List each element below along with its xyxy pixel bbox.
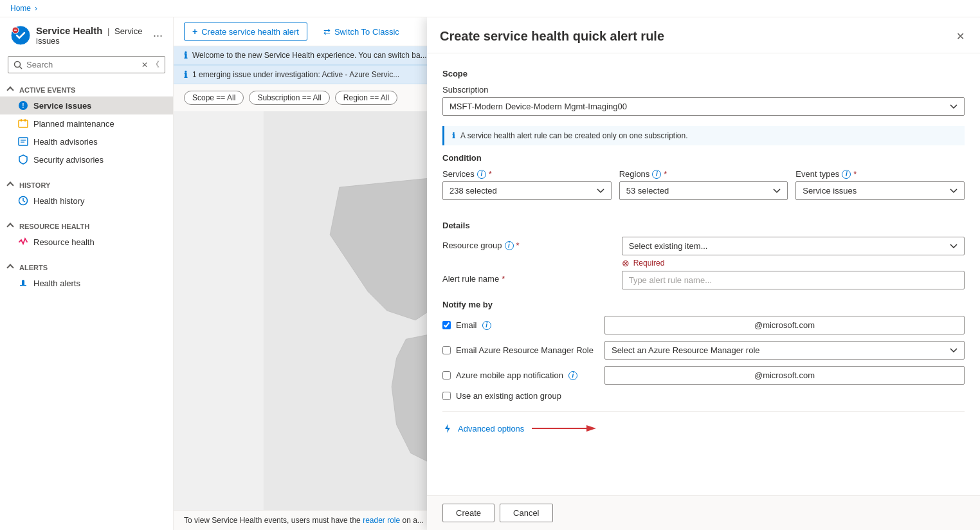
mobile-notify-row: Azure mobile app notification i @microso… (442, 366, 965, 385)
email-checkbox[interactable] (442, 321, 451, 329)
sidebar-item-resource-health[interactable]: Resource health (0, 233, 173, 251)
mobile-value-display: @microsoft.com (604, 366, 965, 385)
alert-rule-name-row: Alert rule name * (442, 271, 965, 289)
sidebar-title-area: Service Health | Service issues (36, 25, 145, 46)
plus-icon: + (192, 26, 197, 37)
sidebar-item-health-alerts[interactable]: Health alerts (0, 274, 173, 292)
mobile-info-icon[interactable]: i (568, 371, 577, 380)
active-events-label: ACTIVE EVENTS (19, 86, 75, 94)
app-title: Service Health (36, 25, 102, 36)
event-types-select[interactable]: Service issues (795, 181, 965, 200)
search-clear-icons[interactable]: ✕ 《 (141, 59, 159, 70)
email-label[interactable]: Email (456, 320, 477, 330)
services-select[interactable]: 238 selected (442, 181, 612, 200)
svg-point-3 (15, 61, 21, 67)
history-label: HISTORY (19, 181, 50, 189)
resource-health-label: RESOURCE HEALTH (19, 223, 89, 230)
switch-classic-button[interactable]: ⇄ Switch To Classic (315, 23, 408, 41)
subscription-note: ℹ A service health alert rule can be cre… (442, 126, 965, 145)
red-arrow-svg (532, 422, 596, 435)
service-issues-icon: ! (18, 100, 28, 111)
sidebar-item-security-advisories[interactable]: Security advisories (0, 151, 173, 169)
mobile-checkbox-area: Azure mobile app notification i (442, 370, 597, 380)
email-notify-row: Email i @microsoft.com (442, 316, 965, 334)
create-alert-panel: Create service health quick alert rule ✕… (427, 17, 980, 530)
collapse-icon[interactable]: 《 (152, 59, 159, 70)
svg-text:!: ! (22, 102, 24, 109)
security-advisories-label: Security advisories (33, 155, 104, 165)
svg-rect-16 (20, 285, 26, 286)
health-history-label: Health history (33, 196, 84, 206)
alerts-chevron (6, 264, 14, 271)
advanced-options-label: Advanced options (458, 424, 524, 434)
history-icon (18, 196, 28, 206)
resource-group-info-icon[interactable]: i (505, 241, 514, 250)
create-button[interactable]: Create (442, 504, 495, 522)
subscription-select[interactable]: MSFT-Modern Device-Modern Mgmt-Imaging00 (442, 97, 965, 116)
service-issues-label: Service issues (33, 101, 91, 111)
filter-region[interactable]: Region == All (335, 91, 397, 105)
sidebar-header: Service Health | Service issues ··· (0, 17, 173, 51)
email-value-display: @microsoft.com (604, 316, 965, 334)
email-checkbox-area: Email i (442, 320, 597, 330)
resource-health-chevron (6, 223, 14, 230)
alerts-header[interactable]: ALERTS (0, 261, 173, 274)
active-events-header[interactable]: ACTIVE EVENTS (0, 84, 173, 96)
scope-label: Scope (442, 69, 965, 78)
panel-close-button[interactable]: ✕ (954, 28, 967, 45)
filter-scope[interactable]: Scope == All (184, 91, 244, 105)
lightning-icon (442, 423, 453, 434)
info-icon-2: ℹ (184, 69, 187, 80)
arm-role-checkbox-area: Email Azure Resource Manager Role (442, 345, 597, 355)
svg-rect-10 (19, 138, 28, 145)
services-label: Services i * (442, 169, 612, 179)
breadcrumb-home[interactable]: Home (10, 4, 31, 13)
sidebar-item-health-history[interactable]: Health history (0, 192, 173, 210)
subscription-label: Subscription (442, 85, 965, 95)
filter-subscription[interactable]: Subscription == All (249, 91, 329, 105)
panel-body: Scope Subscription MSFT-Modern Device-Mo… (427, 53, 980, 495)
action-group-checkbox[interactable] (442, 392, 451, 400)
alert-rule-name-input[interactable] (622, 271, 965, 289)
breadcrumb: Home › (0, 0, 980, 17)
planned-maintenance-label: Planned maintenance (33, 119, 114, 129)
arm-role-select[interactable]: Select an Azure Resource Manager role (604, 341, 965, 360)
error-icon: ⊗ (622, 258, 630, 268)
resource-group-select[interactable]: Select existing item... (622, 237, 965, 255)
event-types-info-icon[interactable]: i (842, 170, 851, 179)
content-area: + Create service health alert ⇄ Switch T… (174, 17, 980, 530)
advanced-options-button[interactable]: Advanced options (442, 423, 524, 434)
mobile-label[interactable]: Azure mobile app notification (456, 370, 563, 380)
mobile-checkbox[interactable] (442, 371, 451, 379)
action-group-label[interactable]: Use an existing action group (456, 391, 561, 401)
reader-role-link[interactable]: reader role (363, 516, 400, 525)
svg-marker-24 (586, 425, 596, 432)
sidebar-item-health-advisories[interactable]: Health advisories (0, 132, 173, 151)
sidebar-more-dots[interactable]: ··· (153, 29, 163, 42)
resource-group-input-area: Select existing item... ⊗ Required (622, 237, 965, 268)
sidebar-item-planned-maintenance[interactable]: Planned maintenance (0, 114, 173, 132)
regions-info-icon[interactable]: i (652, 170, 661, 179)
sidebar-item-service-issues[interactable]: ! Service issues (0, 96, 173, 114)
resource-health-icon (18, 237, 28, 247)
arm-role-checkbox[interactable] (442, 346, 451, 354)
clear-icon[interactable]: ✕ (141, 60, 148, 69)
regions-select[interactable]: 53 selected (619, 181, 788, 200)
resource-health-header[interactable]: RESOURCE HEALTH (0, 220, 173, 233)
search-box[interactable]: ✕ 《 (8, 56, 165, 73)
bottom-bar-text: To view Service Health events, users mus… (184, 516, 363, 525)
create-alert-button[interactable]: + Create service health alert (184, 23, 307, 41)
cancel-button[interactable]: Cancel (500, 504, 552, 522)
search-input[interactable] (26, 60, 138, 69)
svg-rect-15 (22, 281, 24, 285)
email-info-icon[interactable]: i (482, 321, 491, 330)
divider (442, 411, 965, 412)
action-group-row: Use an existing action group (442, 391, 965, 401)
history-header[interactable]: HISTORY (0, 179, 173, 192)
event-types-label: Event types i * (795, 169, 965, 179)
arm-role-label[interactable]: Email Azure Resource Manager Role (456, 345, 594, 355)
required-error-text: Required (633, 259, 665, 268)
panel-footer: Create Cancel (427, 495, 980, 530)
services-info-icon[interactable]: i (477, 170, 486, 179)
info-icon-1: ℹ (184, 50, 187, 60)
